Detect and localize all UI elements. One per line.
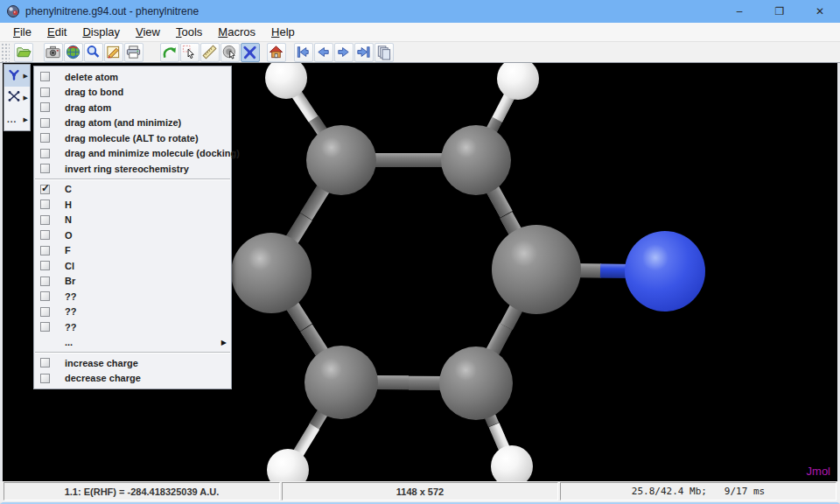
checkbox-icon[interactable] xyxy=(40,358,50,368)
checkbox-icon[interactable] xyxy=(40,102,50,112)
menu-separator xyxy=(35,352,230,354)
menu-item-increase-charge[interactable]: increase charge xyxy=(34,355,231,371)
rotate-circle-icon xyxy=(221,44,238,60)
checkbox-checked-icon[interactable]: ✓ xyxy=(40,185,50,194)
menu-item-n[interactable]: N xyxy=(34,213,231,228)
checkbox-icon[interactable] xyxy=(40,374,50,383)
select-atoms-button[interactable] xyxy=(180,43,200,62)
minimize-button[interactable]: – xyxy=(719,0,760,23)
menu-item-label: Br xyxy=(65,276,75,286)
modelkit-panel-item-atom-tools[interactable]: ▶ xyxy=(4,65,30,87)
spin-button[interactable] xyxy=(160,43,179,62)
atom-C1[interactable] xyxy=(306,125,376,195)
toolbar-group xyxy=(266,43,286,62)
menu-macros[interactable]: Macros xyxy=(210,24,263,40)
reset-view-button[interactable] xyxy=(267,43,286,62)
menu-item-cl[interactable]: Cl xyxy=(34,258,231,274)
menu-item-drag-and-minimize-molecule-docking[interactable]: drag and minimize molecule (docking) xyxy=(34,146,231,162)
checkmark-icon: ✓ xyxy=(41,182,50,194)
atom-C5[interactable] xyxy=(304,346,378,419)
atom-H4[interactable] xyxy=(491,445,533,481)
export-web-button[interactable] xyxy=(64,43,83,62)
checkbox-icon[interactable] xyxy=(40,200,50,209)
rotate-arrow-icon xyxy=(161,44,178,60)
status-bar: 1.1: E(RHF) = -284.418325039 A.U.1148 x … xyxy=(0,481,840,502)
menu-view[interactable]: View xyxy=(128,24,168,40)
modelkit-mode-button[interactable] xyxy=(241,43,260,62)
menu-item-label: decrease charge xyxy=(65,373,141,383)
menu-display[interactable]: Display xyxy=(74,24,128,40)
checkbox-icon[interactable] xyxy=(40,322,50,332)
open-file-button[interactable] xyxy=(14,43,33,62)
checkbox-icon[interactable] xyxy=(40,291,50,301)
checkbox-icon[interactable] xyxy=(40,133,50,143)
multi-frame-view-button[interactable] xyxy=(374,43,394,62)
modelkit-tool-panel: ▶▶...▶ xyxy=(4,64,31,131)
toolbar-group xyxy=(13,43,33,62)
home-icon xyxy=(268,44,284,60)
menu-item-invert-ring-stereochemistry[interactable]: invert ring stereochemistry xyxy=(34,161,231,177)
menu-item-h[interactable]: H xyxy=(34,197,231,213)
print-button[interactable] xyxy=(124,43,144,62)
menu-item-label: invert ring stereochemistry xyxy=(65,164,189,174)
menu-item-unknown-18[interactable]: ...▶ xyxy=(34,335,231,351)
prev-frame-icon xyxy=(315,44,332,60)
menu-tools[interactable]: Tools xyxy=(168,24,210,40)
menu-help[interactable]: Help xyxy=(263,24,303,40)
previous-frame-button[interactable] xyxy=(314,43,333,62)
copies-icon xyxy=(375,44,392,60)
atom-H2[interactable] xyxy=(497,63,539,100)
modelkit-panel-item-more-tools[interactable]: ...▶ xyxy=(4,108,30,130)
menu-item-drag-to-bond[interactable]: drag to bond xyxy=(34,85,231,101)
menu-item-unknown-15[interactable]: ?? xyxy=(34,289,231,304)
next-frame-button[interactable] xyxy=(334,43,354,62)
script-editor-button[interactable] xyxy=(104,43,123,62)
checkbox-icon[interactable] xyxy=(40,246,50,256)
menu-edit[interactable]: Edit xyxy=(39,24,74,40)
find-button[interactable] xyxy=(84,43,103,62)
jmol-app-icon xyxy=(6,4,20,18)
menu-item-f[interactable]: F xyxy=(34,243,231,259)
atom-C4[interactable] xyxy=(492,225,581,314)
export-image-button[interactable] xyxy=(44,43,63,62)
menu-item-drag-molecule-alt-to-rotate[interactable]: drag molecule (ALT to rotate) xyxy=(34,130,231,146)
checkbox-icon[interactable] xyxy=(40,230,50,240)
close-button[interactable]: ✕ xyxy=(800,0,840,23)
menu-item-label: increase charge xyxy=(65,358,138,368)
menu-item-decrease-charge[interactable]: decrease charge xyxy=(34,371,231,387)
checkbox-icon[interactable] xyxy=(40,164,50,173)
menu-item-label: drag atom xyxy=(65,102,111,113)
menu-item-c[interactable]: ✓C xyxy=(34,182,231,198)
first-frame-button[interactable] xyxy=(294,43,313,62)
last-frame-button[interactable] xyxy=(354,43,374,62)
atom-N1[interactable] xyxy=(625,231,705,312)
title-bar[interactable]: phenylnitrene.g94.out - phenylnitrene – … xyxy=(0,0,840,23)
console-icon xyxy=(105,44,122,60)
menu-item-unknown-16[interactable]: ?? xyxy=(34,304,231,320)
checkbox-icon[interactable] xyxy=(40,261,50,270)
checkbox-icon[interactable] xyxy=(40,72,50,81)
checkbox-icon[interactable] xyxy=(40,276,50,286)
menu-item-br[interactable]: Br xyxy=(34,274,231,290)
measure-distance-button[interactable] xyxy=(200,43,220,62)
checkbox-icon[interactable] xyxy=(40,118,50,128)
checkbox-icon[interactable] xyxy=(40,149,50,158)
toolbar-drag-handle[interactable] xyxy=(1,43,10,62)
atom-C2[interactable] xyxy=(441,125,511,195)
checkbox-icon[interactable] xyxy=(40,307,50,317)
submenu-arrow-icon: ▶ xyxy=(24,73,28,80)
maximize-button[interactable]: ❐ xyxy=(760,0,800,23)
rotate-molecule-button[interactable] xyxy=(220,43,240,62)
modelkit-panel-item-bond-tools[interactable]: ▶ xyxy=(4,87,30,108)
checkbox-icon[interactable] xyxy=(40,215,50,225)
menu-item-drag-atom[interactable]: drag atom xyxy=(34,100,231,116)
menu-item-o[interactable]: O xyxy=(34,228,231,243)
atom-C6[interactable] xyxy=(439,346,513,420)
menu-item-unknown-17[interactable]: ?? xyxy=(34,319,231,335)
menu-file[interactable]: File xyxy=(5,24,39,40)
menu-item-label: Cl xyxy=(65,261,74,271)
menu-item-drag-atom-and-minimize[interactable]: drag atom (and minimize) xyxy=(34,116,231,131)
atom-C3[interactable] xyxy=(231,233,312,313)
checkbox-icon[interactable] xyxy=(40,88,50,97)
menu-item-delete-atom[interactable]: delete atom xyxy=(34,69,231,85)
